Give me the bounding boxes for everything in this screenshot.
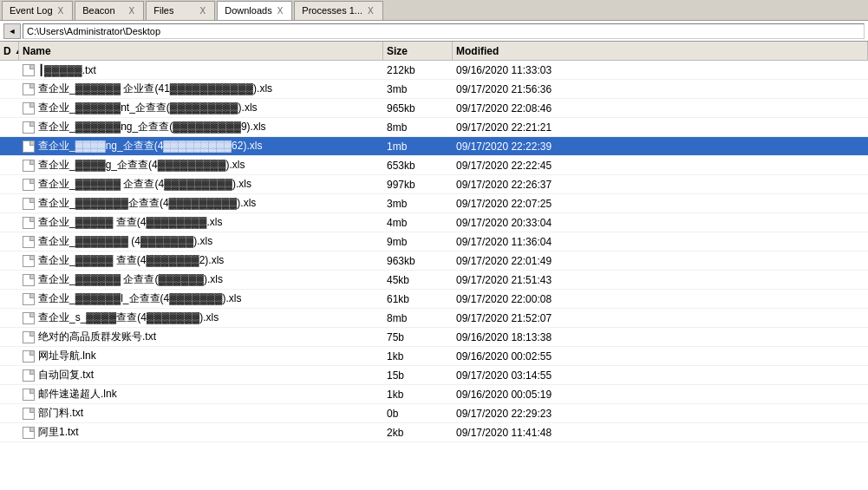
cell-d-16 bbox=[0, 366, 19, 384]
cell-d-17 bbox=[0, 385, 19, 403]
tab-close-processes-button[interactable]: X bbox=[366, 6, 375, 16]
cell-modified-14: 09/16/2020 18:13:38 bbox=[453, 328, 868, 346]
table-row[interactable]: 部门料.txt0b09/17/2020 22:29:23 bbox=[0, 404, 868, 423]
table-row[interactable]: 自动回复.txt15b09/17/2020 03:14:55 bbox=[0, 366, 868, 385]
table-row[interactable]: 查企业_▓▓▓▓g_企查查(4▓▓▓▓▓▓▓▓▓).xls653kb09/17/… bbox=[0, 156, 868, 175]
cell-name-12: 查企业_▓▓▓▓▓▓l_企查查(4▓▓▓▓▓▓▓).xls bbox=[19, 290, 383, 308]
file-name-text: 查企业_▓▓▓▓▓▓l_企查查(4▓▓▓▓▓▓▓).xls bbox=[38, 291, 241, 306]
table-row[interactable]: 查企业_▓▓▓▓▓▓nt_企查查(▓▓▓▓▓▓▓▓▓).xls965kb09/1… bbox=[0, 99, 868, 118]
cell-d-2 bbox=[0, 99, 19, 117]
cell-name-16: 自动回复.txt bbox=[19, 366, 383, 384]
cell-size-10: 963kb bbox=[383, 252, 453, 270]
table-row[interactable]: 查企业_▓▓▓▓▓▓ 企查查(4▓▓▓▓▓▓▓▓▓).xls997kb09/17… bbox=[0, 175, 868, 194]
file-name-text: 查企业_▓▓▓▓g_企查查(4▓▓▓▓▓▓▓▓▓).xls bbox=[38, 158, 245, 173]
table-row[interactable]: 阿里1.txt2kb09/17/2020 11:41:48 bbox=[0, 423, 868, 442]
cell-modified-8: 09/17/2020 20:33:04 bbox=[453, 213, 868, 232]
col-header-size[interactable]: Size bbox=[383, 42, 453, 60]
cell-modified-9: 09/17/2020 11:36:04 bbox=[453, 232, 868, 251]
tab-downloads[interactable]: DownloadsX bbox=[217, 1, 292, 20]
table-row[interactable]: 查企业_▓▓▓▓▓ 查查(4▓▓▓▓▓▓▓▓.xls4mb09/17/2020 … bbox=[0, 213, 868, 232]
table-row[interactable]: 查企业_▓▓▓▓▓▓ 企查查(▓▓▓▓▓▓).xls45kb09/17/2020… bbox=[0, 271, 868, 290]
cell-name-10: 查企业_▓▓▓▓▓ 查查(4▓▓▓▓▓▓▓2).xls bbox=[19, 252, 383, 270]
cell-d-13 bbox=[0, 309, 19, 327]
cell-size-15: 1kb bbox=[383, 347, 453, 365]
col-headers: D ▲ Name Size Modified bbox=[0, 42, 868, 61]
cell-modified-0: 09/16/2020 11:33:03 bbox=[453, 61, 868, 79]
cell-modified-7: 09/17/2020 22:07:25 bbox=[453, 194, 868, 212]
table-row[interactable]: 查企业_▓▓▓▓▓▓ 企业查(41▓▓▓▓▓▓▓▓▓▓▓).xls3mb09/1… bbox=[0, 80, 868, 99]
tab-files[interactable]: FilesX bbox=[146, 1, 215, 20]
tab-label-files: Files bbox=[153, 5, 194, 16]
col-header-modified[interactable]: Modified bbox=[453, 42, 868, 60]
cell-name-13: 查企业_s_▓▓▓▓查查(4▓▓▓▓▓▓▓).xls bbox=[19, 309, 383, 327]
cell-name-4: 查企业_▓▓▓▓ng_企查查(4▓▓▓▓▓▓▓▓▓62).xls bbox=[19, 137, 383, 155]
tab-close-beacon-button[interactable]: X bbox=[127, 6, 137, 16]
cell-d-7 bbox=[0, 194, 19, 212]
cell-name-2: 查企业_▓▓▓▓▓▓nt_企查查(▓▓▓▓▓▓▓▓▓).xls bbox=[19, 99, 383, 117]
tab-close-files-button[interactable]: X bbox=[199, 6, 208, 16]
file-name-text: 查企业_s_▓▓▓▓查查(4▓▓▓▓▓▓▓).xls bbox=[38, 310, 219, 325]
file-name-text: 查企业_▓▓▓▓▓ 查查(4▓▓▓▓▓▓▓▓.xls bbox=[38, 215, 222, 230]
cell-name-9: 查企业_▓▓▓▓▓▓▓ (4▓▓▓▓▓▓▓).xls bbox=[19, 232, 383, 251]
tab-bar: Event LogXBeaconXFilesXDownloadsXProcess… bbox=[0, 0, 868, 21]
col-header-name[interactable]: Name bbox=[19, 42, 383, 60]
table-row[interactable]: 查企业_s_▓▓▓▓查查(4▓▓▓▓▓▓▓).xls8mb09/17/2020 … bbox=[0, 309, 868, 328]
file-list[interactable]: ┃▓▓▓▓▓.txt212kb09/16/2020 11:33:03查企业_▓▓… bbox=[0, 61, 868, 490]
tab-close-downloads-button[interactable]: X bbox=[276, 6, 285, 16]
cell-size-4: 1mb bbox=[383, 137, 453, 155]
table-row[interactable]: 查企业_▓▓▓▓▓▓▓企查查(4▓▓▓▓▓▓▓▓▓).xls3mb09/17/2… bbox=[0, 194, 868, 213]
cell-size-14: 75b bbox=[383, 328, 453, 346]
table-row[interactable]: 查企业_▓▓▓▓ng_企查查(4▓▓▓▓▓▓▓▓▓62).xls1mb09/17… bbox=[0, 137, 868, 156]
table-row[interactable]: 查企业_▓▓▓▓▓▓ng_企查查(▓▓▓▓▓▓▓▓▓9).xls8mb09/17… bbox=[0, 118, 868, 137]
table-row[interactable]: 网址导航.lnk1kb09/16/2020 00:02:55 bbox=[0, 347, 868, 366]
tab-event-log[interactable]: Event LogX bbox=[2, 1, 73, 20]
nav-back-button[interactable]: ◄ bbox=[3, 23, 21, 39]
cell-size-17: 1kb bbox=[383, 385, 453, 403]
file-name-text: 查企业_▓▓▓▓ng_企查查(4▓▓▓▓▓▓▓▓▓62).xls bbox=[38, 139, 262, 154]
tab-beacon[interactable]: BeaconX bbox=[75, 1, 144, 20]
cell-name-0: ┃▓▓▓▓▓.txt bbox=[19, 61, 383, 79]
table-row[interactable]: 邮件速递超人.lnk1kb09/16/2020 00:05:19 bbox=[0, 385, 868, 404]
cell-size-11: 45kb bbox=[383, 271, 453, 289]
table-row[interactable]: ┃▓▓▓▓▓.txt212kb09/16/2020 11:33:03 bbox=[0, 61, 868, 80]
cell-modified-6: 09/17/2020 22:26:37 bbox=[453, 175, 868, 193]
cell-name-5: 查企业_▓▓▓▓g_企查查(4▓▓▓▓▓▓▓▓▓).xls bbox=[19, 156, 383, 174]
cell-d-8 bbox=[0, 213, 19, 232]
table-row[interactable]: 查企业_▓▓▓▓▓▓l_企查查(4▓▓▓▓▓▓▓).xls61kb09/17/2… bbox=[0, 290, 868, 309]
tab-label-downloads: Downloads bbox=[225, 5, 271, 16]
file-icon bbox=[23, 274, 35, 286]
cell-name-15: 网址导航.lnk bbox=[19, 347, 383, 365]
file-name-text: 查企业_▓▓▓▓▓▓▓ (4▓▓▓▓▓▓▓).xls bbox=[38, 234, 212, 249]
file-name-text: 查企业_▓▓▓▓▓▓ng_企查查(▓▓▓▓▓▓▓▓▓9).xls bbox=[38, 120, 266, 134]
file-icon bbox=[23, 198, 35, 210]
cell-name-8: 查企业_▓▓▓▓▓ 查查(4▓▓▓▓▓▓▓▓.xls bbox=[19, 213, 383, 232]
file-icon bbox=[23, 350, 35, 363]
address-input[interactable] bbox=[23, 23, 865, 39]
cell-d-10 bbox=[0, 252, 19, 270]
file-name-text: 查企业_▓▓▓▓▓▓ 企查查(4▓▓▓▓▓▓▓▓▓).xls bbox=[38, 177, 251, 192]
table-row[interactable]: 查企业_▓▓▓▓▓▓▓ (4▓▓▓▓▓▓▓).xls9mb09/17/2020 … bbox=[0, 232, 868, 252]
file-name-text: ┃▓▓▓▓▓.txt bbox=[38, 64, 96, 76]
col-header-d[interactable]: D ▲ bbox=[0, 42, 19, 60]
file-icon bbox=[23, 64, 35, 76]
cell-modified-16: 09/17/2020 03:14:55 bbox=[453, 366, 868, 384]
file-icon bbox=[23, 179, 35, 191]
file-icon bbox=[23, 331, 35, 343]
file-name-text: 网址导航.lnk bbox=[38, 349, 96, 363]
file-icon bbox=[23, 427, 35, 439]
tab-processes[interactable]: Processes 1...X bbox=[294, 1, 382, 20]
cell-size-13: 8mb bbox=[383, 309, 453, 327]
table-row[interactable]: 查企业_▓▓▓▓▓ 查查(4▓▓▓▓▓▓▓2).xls963kb09/17/20… bbox=[0, 252, 868, 271]
file-name-text: 绝对的高品质群发账号.txt bbox=[38, 330, 156, 344]
tab-close-event-log-button[interactable]: X bbox=[56, 6, 66, 16]
file-name-text: 查企业_▓▓▓▓▓▓nt_企查查(▓▓▓▓▓▓▓▓▓).xls bbox=[38, 101, 258, 115]
table-row[interactable]: 绝对的高品质群发账号.txt75b09/16/2020 18:13:38 bbox=[0, 328, 868, 347]
file-name-text: 自动回复.txt bbox=[38, 368, 94, 382]
cell-modified-19: 09/17/2020 11:41:48 bbox=[453, 423, 868, 441]
cell-size-19: 2kb bbox=[383, 423, 453, 441]
cell-modified-5: 09/17/2020 22:22:45 bbox=[453, 156, 868, 174]
cell-name-19: 阿里1.txt bbox=[19, 423, 383, 441]
cell-name-11: 查企业_▓▓▓▓▓▓ 企查查(▓▓▓▓▓▓).xls bbox=[19, 271, 383, 289]
cell-modified-12: 09/17/2020 22:00:08 bbox=[453, 290, 868, 308]
cell-size-7: 3mb bbox=[383, 194, 453, 212]
